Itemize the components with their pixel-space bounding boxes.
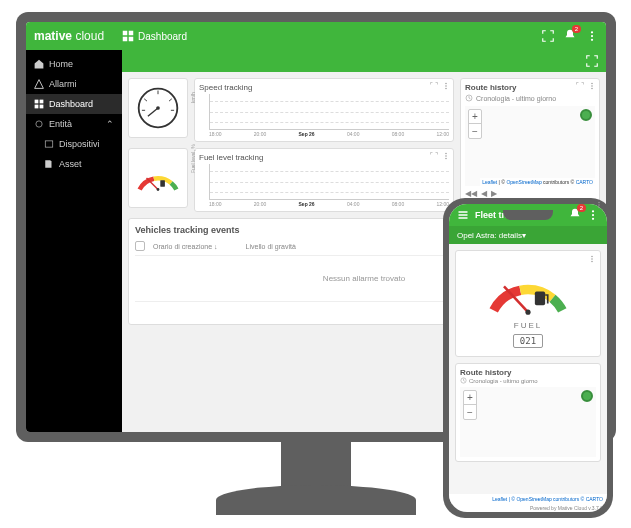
fuel-value: 021 <box>513 334 543 348</box>
svg-point-5 <box>591 35 593 37</box>
svg-rect-9 <box>35 105 39 109</box>
svg-point-32 <box>591 88 593 90</box>
svg-rect-12 <box>45 141 53 147</box>
sidebar-item-entity[interactable]: Entità⌃ <box>26 114 122 134</box>
topbar-dash-label: Dashboard <box>138 31 187 42</box>
expand-icon[interactable] <box>430 82 438 90</box>
sidebar-label: Dispositivi <box>59 139 100 149</box>
sidebar-item-home[interactable]: Home <box>26 54 122 74</box>
svg-point-36 <box>592 218 594 220</box>
fuel-gauge-icon <box>135 160 181 196</box>
svg-point-4 <box>591 31 593 33</box>
playback-controls: ◀◀◀▶ <box>465 189 595 198</box>
asset-icon <box>44 159 54 169</box>
zoom-in-button[interactable]: + <box>464 391 476 405</box>
fuel-ylabel: Fuel level, % <box>190 144 196 173</box>
fullscreen-icon[interactable] <box>542 30 554 42</box>
menu-icon[interactable] <box>457 209 469 221</box>
phone-badge: 2 <box>577 204 586 212</box>
rewind-button[interactable]: ◀◀ <box>465 189 477 198</box>
more-icon[interactable] <box>588 255 596 263</box>
svg-rect-10 <box>40 105 44 109</box>
phone-frame: Fleet tracking 2 Opel Astra: details ▾ F… <box>443 198 613 518</box>
phone-fuel-card: FUEL 021 <box>455 250 601 357</box>
home-icon <box>34 59 44 69</box>
zoom-out-button[interactable]: − <box>469 124 481 138</box>
notification-badge: 2 <box>572 25 581 33</box>
prev-button[interactable]: ◀ <box>481 189 487 198</box>
svg-point-11 <box>36 121 42 127</box>
speed-chart-title: Speed tracking <box>199 83 449 92</box>
brand-logo: mative cloud <box>34 29 104 43</box>
svg-point-34 <box>592 210 594 212</box>
svg-point-23 <box>445 88 447 90</box>
phone-route-sub: Cronologia - ultimo giorno <box>460 377 596 384</box>
svg-point-28 <box>445 155 447 157</box>
alarm-icon <box>34 79 44 89</box>
phone-location-marker[interactable] <box>581 390 593 402</box>
svg-point-21 <box>445 83 447 85</box>
phone-notch <box>503 210 553 220</box>
phone-map-attr: Leaflet | © OpenStreetMap contributors ©… <box>449 494 607 504</box>
col-severity[interactable]: Livello di gravità <box>246 243 296 250</box>
topbar-dashboard[interactable]: Dashboard <box>122 30 187 42</box>
select-all-checkbox[interactable] <box>135 241 145 251</box>
sidebar-item-devices[interactable]: Dispositivi <box>26 134 122 154</box>
more-icon[interactable] <box>587 209 599 221</box>
phone-route-card: Route history Cronologia - ultimo giorno… <box>455 363 601 462</box>
svg-rect-26 <box>160 180 165 186</box>
topbar: mative cloud Dashboard 2 <box>26 22 606 50</box>
expand-icon[interactable] <box>430 152 438 160</box>
more-icon[interactable] <box>586 30 598 42</box>
location-marker[interactable] <box>580 109 592 121</box>
more-icon[interactable] <box>442 82 450 90</box>
more-icon[interactable] <box>588 82 596 90</box>
speed-ylabel: km/h <box>190 92 196 103</box>
expand-icon[interactable] <box>586 55 598 67</box>
more-icon[interactable] <box>442 152 450 160</box>
zoom-out-button[interactable]: − <box>464 405 476 419</box>
toolbar <box>122 50 606 72</box>
route-subtitle: Cronologia - ultimo giorno <box>465 94 595 102</box>
svg-point-39 <box>591 261 593 263</box>
svg-point-27 <box>445 153 447 155</box>
phone-powered: Powered by Mative Cloud v.3.7.0 <box>449 504 607 512</box>
speed-gauge-card <box>128 78 188 138</box>
svg-rect-1 <box>129 31 134 36</box>
svg-point-29 <box>445 158 447 160</box>
sidebar-label: Entità <box>49 119 72 129</box>
play-button[interactable]: ▶ <box>491 189 497 198</box>
fuel-x-labels: 18:0020:00Sep 2604:0008:0012:00 <box>209 201 449 207</box>
svg-rect-42 <box>535 292 545 306</box>
sidebar-label: Home <box>49 59 73 69</box>
map-attribution: Leaflet | © OpenStreetMap contributors ©… <box>480 178 595 186</box>
sidebar-item-dashboard[interactable]: Dashboard <box>26 94 122 114</box>
sidebar-item-alarms[interactable]: Allarmi <box>26 74 122 94</box>
svg-rect-8 <box>40 100 44 104</box>
map[interactable]: +− Leaflet | © OpenStreetMap contributor… <box>465 106 595 186</box>
col-created[interactable]: Orario di creazione ↓ <box>153 243 218 250</box>
grid-icon <box>122 30 134 42</box>
notifications-button[interactable]: 2 <box>564 29 576 43</box>
phone-subtitle-bar[interactable]: Opel Astra: details ▾ <box>449 226 607 244</box>
zoom-in-button[interactable]: + <box>469 110 481 124</box>
clock-icon <box>460 377 467 384</box>
zoom-control: +− <box>468 109 482 139</box>
expand-icon[interactable] <box>576 82 584 90</box>
svg-point-37 <box>591 256 593 258</box>
svg-point-41 <box>525 310 530 315</box>
svg-point-22 <box>445 85 447 87</box>
sidebar-item-asset[interactable]: Asset <box>26 154 122 174</box>
svg-rect-2 <box>123 37 128 42</box>
svg-point-20 <box>156 106 160 110</box>
route-history-card: Route history Cronologia - ultimo giorno… <box>460 78 600 206</box>
fuel-gauge-card <box>128 148 188 208</box>
entity-icon <box>34 119 44 129</box>
sidebar-label: Dashboard <box>49 99 93 109</box>
phone-notifications[interactable]: 2 <box>569 208 581 222</box>
sidebar: Home Allarmi Dashboard Entità⌃ Dispositi… <box>26 50 122 432</box>
sidebar-label: Allarmi <box>49 79 77 89</box>
speed-x-labels: 18:0020:00Sep 2604:0008:0012:00 <box>209 131 449 137</box>
phone-route-title: Route history <box>460 368 596 377</box>
phone-map[interactable]: +− <box>460 387 596 457</box>
